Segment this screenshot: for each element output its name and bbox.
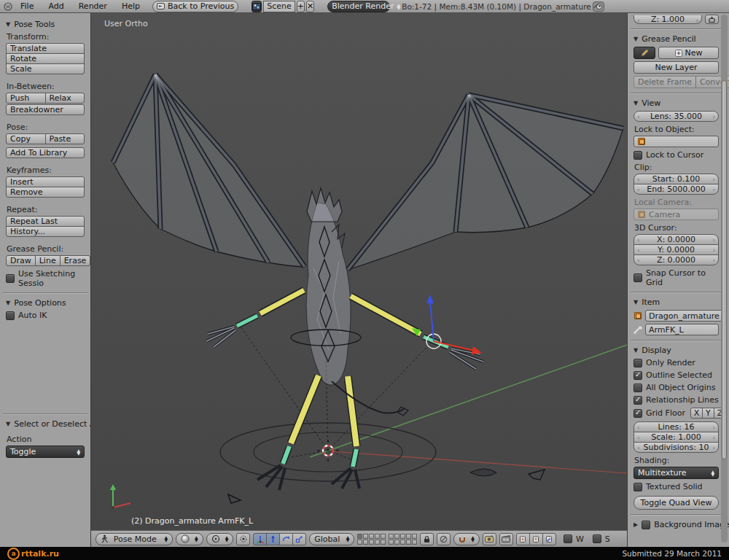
orientation-select[interactable]: Global ▲▼ [309, 533, 354, 545]
checkbox[interactable] [642, 521, 650, 529]
pivot-align-toggle[interactable] [236, 533, 250, 545]
grid-lines-slider[interactable]: ‹ Lines: 16 › [634, 421, 719, 432]
checkbox[interactable] [593, 534, 601, 543]
remove-keyframe-button[interactable]: Remove [6, 187, 85, 198]
screen-layout-icon[interactable] [252, 1, 262, 12]
lock-transform-icon[interactable] [705, 15, 719, 24]
translate-button[interactable]: Translate [6, 43, 85, 54]
checkbox[interactable] [634, 396, 642, 405]
bone-name-field[interactable]: ArmFK_L [645, 324, 719, 335]
translate-manipulator-icon[interactable] [266, 533, 280, 545]
lock-to-scene-icon[interactable] [420, 533, 434, 545]
view-panel-header[interactable]: ▼ View [634, 98, 719, 108]
decrement-arrow-icon[interactable]: ‹ [637, 443, 640, 452]
toggle-quad-view-button[interactable]: Toggle Quad View [634, 496, 719, 510]
scrollbar[interactable] [721, 15, 728, 542]
checkbox[interactable] [634, 151, 642, 160]
add-to-library-button[interactable]: Add To Library [6, 147, 85, 158]
snap-select[interactable]: ▲▼ [453, 533, 480, 545]
only-render-checkbox[interactable]: Only Render [634, 358, 719, 368]
clip-start-slider[interactable]: ‹ Start: 0.100 › [634, 174, 719, 184]
paste-flipped-pose-icon[interactable] [542, 533, 556, 545]
increment-arrow-icon[interactable]: › [712, 423, 715, 432]
increment-arrow-icon[interactable]: › [712, 246, 715, 254]
pose-tools-panel-header[interactable]: ▼ Pose Tools [6, 20, 85, 29]
mode-select[interactable]: Pose Mode ▲▼ [95, 533, 173, 545]
outline-selected-checkbox[interactable]: Outline Selected [634, 370, 719, 380]
grease-new-button[interactable]: New [658, 47, 719, 59]
decrement-arrow-icon[interactable]: ‹ [637, 433, 640, 442]
scrollbar-thumb[interactable] [722, 80, 727, 459]
grid-floor-checkbox[interactable]: Grid Floor X Y Z [634, 408, 719, 419]
increment-arrow-icon[interactable]: › [712, 185, 715, 194]
checkbox[interactable] [634, 384, 642, 392]
display-panel-header[interactable]: ▼ Display [634, 346, 719, 355]
proportional-edit-icon[interactable] [437, 533, 451, 545]
checkbox[interactable] [634, 409, 642, 418]
all-object-origins-checkbox[interactable]: All Object Origins [634, 383, 719, 392]
checkbox[interactable] [634, 273, 642, 282]
scene-name-field[interactable]: Scene [263, 1, 295, 12]
grease-pencil-draw-icon[interactable] [634, 47, 655, 59]
increment-arrow-icon[interactable]: › [712, 443, 715, 452]
grease-erase-button[interactable]: Erase [60, 255, 91, 266]
pose-options-panel-header[interactable]: ▼ Pose Options [6, 298, 85, 308]
grid-subdivisions-slider[interactable]: ‹ Subdivisions: 10 › [634, 442, 719, 453]
increment-arrow-icon[interactable]: › [695, 16, 698, 25]
cursor-y-slider[interactable]: ‹ Y: 0.0000 › [634, 244, 719, 255]
paste-pose-button[interactable]: Paste [45, 133, 85, 144]
cursor-z-slider[interactable]: ‹ Z: 0.0000 › [634, 254, 719, 265]
history-button[interactable]: History... [6, 226, 85, 237]
object-name-field[interactable]: Dragon_armature [645, 310, 723, 322]
auto-ik-checkbox[interactable]: Auto IK [6, 311, 85, 320]
grid-axis-y-button[interactable]: Y [702, 408, 714, 419]
rotate-manipulator-icon[interactable] [279, 533, 293, 545]
delete-frame-button[interactable]: Delete Frame [634, 76, 696, 88]
decrement-arrow-icon[interactable]: ‹ [637, 236, 640, 244]
grid-scale-slider[interactable]: ‹ Scale: 1.000 › [634, 432, 719, 443]
increment-arrow-icon[interactable]: › [712, 236, 715, 244]
increment-arrow-icon[interactable]: › [712, 112, 715, 121]
checkbox[interactable] [634, 371, 642, 380]
local-camera-field[interactable]: Camera [634, 209, 719, 220]
background-images-panel-header[interactable]: ▶ Background Images [634, 520, 719, 529]
viewport-3d[interactable]: User Ortho (2) Dragon_armature ArmFK_L [91, 13, 627, 530]
decrement-arrow-icon[interactable]: ‹ [637, 185, 640, 194]
decrement-arrow-icon[interactable]: ‹ [637, 423, 640, 432]
cursor-x-slider[interactable]: ‹ X: 0.0000 › [634, 234, 719, 245]
increment-arrow-icon[interactable]: › [712, 433, 715, 442]
decrement-arrow-icon[interactable]: ‹ [637, 16, 640, 25]
shading-select[interactable]: Multitexture ▲▼ [634, 467, 719, 479]
scale-button[interactable]: Scale [6, 63, 85, 74]
draw-mode-select[interactable]: ▲▼ [176, 533, 203, 545]
checkbox[interactable] [6, 274, 15, 283]
manipulator-toggle-icon[interactable] [253, 533, 267, 545]
editor-type-icon[interactable] [4, 2, 12, 11]
clip-end-slider[interactable]: ‹ End: 5000.000 › [634, 184, 719, 195]
grid-axis-x-button[interactable]: X [690, 408, 703, 419]
close-scene-button[interactable]: ✕ [306, 1, 314, 12]
increment-arrow-icon[interactable]: › [712, 175, 715, 184]
w-toggle[interactable]: W [564, 534, 584, 544]
render-still-icon[interactable] [483, 533, 496, 545]
relationship-lines-checkbox[interactable]: Relationship Lines [634, 395, 719, 405]
repeat-last-button[interactable]: Repeat Last [6, 216, 85, 227]
lock-to-cursor-checkbox[interactable]: Lock to Cursor [634, 150, 719, 160]
menu-add[interactable]: Add [42, 1, 70, 11]
snap-cursor-to-grid-checkbox[interactable]: Snap Cursor to Grid [634, 268, 719, 287]
layers-grid-1[interactable] [357, 534, 386, 545]
breakdowner-button[interactable]: Breakdowner [6, 104, 85, 115]
layers-grid-2[interactable] [389, 534, 417, 545]
add-scene-button[interactable]: + [297, 1, 305, 12]
pivot-select[interactable]: ▲▼ [206, 533, 234, 545]
paste-pose-icon[interactable] [529, 533, 543, 545]
menu-render[interactable]: Render [72, 1, 114, 11]
render-animation-icon[interactable] [499, 533, 513, 545]
increment-arrow-icon[interactable]: › [712, 256, 715, 265]
render-engine-select[interactable]: Blender Render ▲▼ [327, 1, 390, 12]
decrement-arrow-icon[interactable]: ‹ [637, 246, 640, 254]
checkbox[interactable] [634, 483, 642, 491]
new-layer-button[interactable]: New Layer [634, 61, 719, 74]
checkbox[interactable] [564, 534, 572, 543]
item-panel-header[interactable]: ▼ Item [634, 298, 719, 307]
